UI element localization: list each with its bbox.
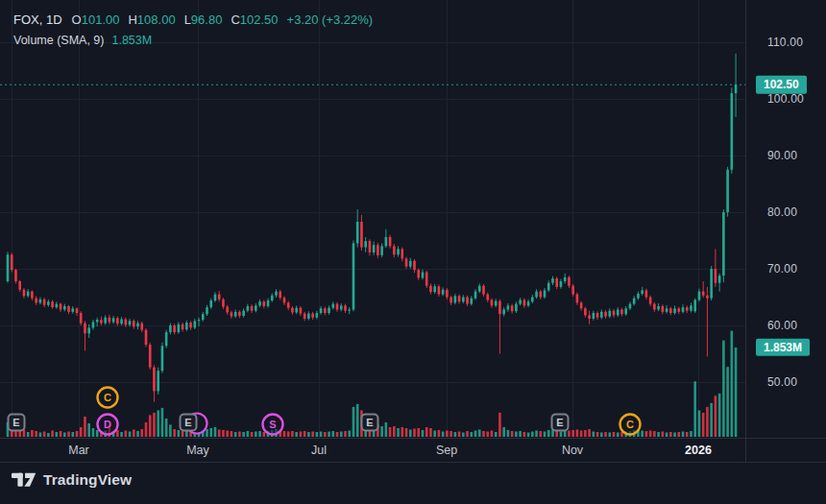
volume-bar xyxy=(673,432,676,437)
tradingview-chart-widget: ECDESEEC FOX, 1D O101.00 H108.00 L96.80 … xyxy=(0,0,826,504)
candle xyxy=(604,312,607,317)
volume-bar xyxy=(429,428,432,437)
candlestick-chart[interactable]: ECDESEEC xyxy=(0,0,745,438)
candle xyxy=(67,306,70,312)
marker-c[interactable]: C xyxy=(620,415,641,435)
volume-bar xyxy=(87,423,90,437)
volume-bar xyxy=(710,403,713,437)
tradingview-logo[interactable]: TradingView xyxy=(12,471,132,489)
volume-bar xyxy=(645,431,648,437)
candle xyxy=(226,307,229,313)
candle xyxy=(698,292,701,300)
marker-letter: E xyxy=(366,417,373,428)
volume-bar xyxy=(226,430,229,437)
candle xyxy=(555,278,558,287)
candle xyxy=(39,300,42,303)
price-axis-label: 50.00 xyxy=(767,375,797,389)
volume-bar xyxy=(344,431,347,437)
volume-indicator-title[interactable]: Volume (SMA, 9) xyxy=(13,34,104,47)
candle xyxy=(551,278,554,283)
volume-bar xyxy=(67,431,70,437)
candle xyxy=(584,308,587,315)
candle xyxy=(617,309,620,315)
candle xyxy=(470,299,473,304)
volume-bar xyxy=(140,429,143,437)
candle xyxy=(442,290,445,295)
time-axis-label: Sep xyxy=(436,444,457,457)
time-scale[interactable]: MarMayJulSepNov2026 xyxy=(0,438,826,463)
volume-bar xyxy=(649,430,652,437)
marker-d[interactable]: D xyxy=(98,415,118,435)
volume-bar xyxy=(600,432,603,437)
volume-bar xyxy=(80,427,83,437)
volume-bar xyxy=(283,431,286,437)
volume-bar xyxy=(544,431,547,437)
symbol-title[interactable]: FOX, 1D xyxy=(13,12,62,27)
chart-pane[interactable]: ECDESEEC xyxy=(0,0,745,438)
volume-bar xyxy=(352,407,355,437)
volume-bar xyxy=(576,429,579,437)
volume-bar xyxy=(92,428,95,437)
candle xyxy=(429,286,432,292)
candle xyxy=(600,312,603,318)
volume-bar xyxy=(690,431,692,437)
marker-letter: E xyxy=(184,417,191,428)
volume-bar xyxy=(136,431,139,437)
candle xyxy=(576,295,579,303)
volume-bar xyxy=(604,432,607,437)
volume-bar xyxy=(462,432,465,437)
volume-bar xyxy=(507,430,510,437)
price-scale[interactable]: 110.00100.0090.0080.0070.0060.0050.00102… xyxy=(745,0,826,463)
volume-bar xyxy=(76,431,79,437)
candle xyxy=(486,295,489,300)
candle xyxy=(104,318,107,324)
marker-e[interactable]: E xyxy=(181,414,207,434)
volume-bar xyxy=(722,341,725,437)
volume-bar xyxy=(706,407,709,437)
candle xyxy=(43,300,46,305)
volume-bar xyxy=(474,430,477,437)
marker-s[interactable]: S xyxy=(263,415,283,435)
volume-bar xyxy=(726,367,729,437)
candle xyxy=(511,305,514,311)
candle xyxy=(11,254,13,270)
candle xyxy=(202,314,205,320)
candle xyxy=(133,321,135,326)
candle xyxy=(47,301,50,305)
candle xyxy=(311,314,314,318)
marker-letter: C xyxy=(626,419,634,430)
candle xyxy=(666,308,668,312)
marker-e[interactable]: E xyxy=(552,415,569,431)
volume-bar xyxy=(401,427,403,437)
volume-bar xyxy=(43,431,46,437)
candles xyxy=(7,54,738,402)
marker-e[interactable]: E xyxy=(362,415,378,431)
marker-e[interactable]: E xyxy=(9,415,25,431)
close-value: C102.50 xyxy=(231,12,278,27)
event-markers: ECDESEEC xyxy=(9,388,641,435)
volume-bar xyxy=(242,432,245,437)
candle xyxy=(726,170,729,212)
high-value: H108.00 xyxy=(128,12,175,27)
volume-bar xyxy=(519,431,522,437)
candle xyxy=(189,323,192,327)
candle xyxy=(560,281,563,287)
candle xyxy=(242,311,245,316)
volume-bar xyxy=(571,430,574,437)
candle xyxy=(527,301,530,305)
volume-bar xyxy=(311,431,314,437)
candle xyxy=(438,286,441,294)
volume-bar xyxy=(669,432,672,437)
price-axis-label: 60.00 xyxy=(767,319,797,332)
indicator-row: Volume (SMA, 9) 1.853M xyxy=(13,34,373,47)
volume-bar xyxy=(27,432,30,437)
volume-bar xyxy=(698,410,701,437)
candle xyxy=(433,286,436,292)
candle xyxy=(194,321,197,327)
marker-c[interactable]: C xyxy=(98,388,118,408)
candle xyxy=(96,320,99,322)
volume-bar xyxy=(209,428,212,437)
volume-bar xyxy=(466,431,469,437)
volume-bar xyxy=(596,432,599,437)
candle xyxy=(84,324,86,334)
